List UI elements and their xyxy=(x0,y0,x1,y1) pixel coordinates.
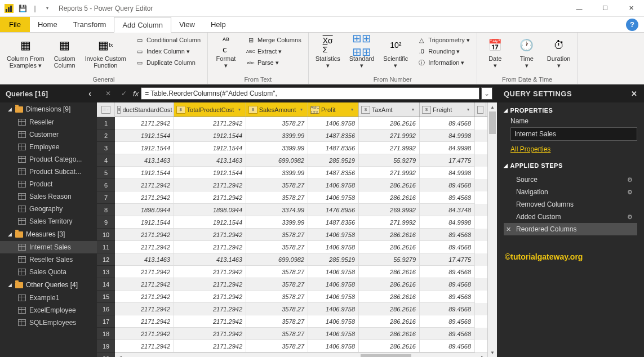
query-item[interactable]: Product xyxy=(0,178,97,190)
row-header[interactable]: 19 xyxy=(97,340,115,352)
cell[interactable]: 1912.1544 xyxy=(115,142,174,154)
cell[interactable]: 2171.2942 xyxy=(174,266,246,278)
cell[interactable]: 2171.2942 xyxy=(174,229,246,241)
column-header[interactable] xyxy=(475,102,486,117)
gear-icon[interactable]: ⚙ xyxy=(627,213,633,221)
cell[interactable]: 1912.1544 xyxy=(174,167,246,179)
filter-icon[interactable]: ▾ xyxy=(464,106,472,114)
cell[interactable]: 3399.99 xyxy=(246,130,308,142)
query-group[interactable]: ◢Other Queries [4] xyxy=(0,278,97,292)
cell[interactable]: 89.4568 xyxy=(420,179,475,191)
menu-home[interactable]: Home xyxy=(30,17,65,32)
cell[interactable]: 3578.27 xyxy=(246,315,308,328)
filter-icon[interactable]: ▾ xyxy=(236,106,243,114)
commit-formula-icon[interactable]: ✓ xyxy=(117,87,131,100)
cell[interactable]: 1912.1544 xyxy=(174,130,246,142)
column-header[interactable]: ABC123Profit▾ xyxy=(308,102,359,117)
invoke-custom-function-button[interactable]: ▦fxInvoke Custom Function xyxy=(83,35,128,70)
query-item[interactable]: Sales Territory xyxy=(0,215,97,227)
row-header[interactable]: 11 xyxy=(97,241,115,253)
row-header[interactable]: 10 xyxy=(97,229,115,241)
cell[interactable]: 1487.8356 xyxy=(308,142,359,154)
cell[interactable]: 3578.27 xyxy=(246,291,308,303)
duration-button[interactable]: ⏱Duration ▾ xyxy=(545,35,573,70)
applied-step[interactable]: Navigation⚙ xyxy=(504,186,637,198)
type-icon[interactable]: $ xyxy=(361,106,370,114)
column-header[interactable]: $TotalProductCost▾ xyxy=(174,102,246,117)
row-header[interactable]: 5 xyxy=(97,167,115,179)
cell[interactable]: 3578.27 xyxy=(246,340,308,352)
vertical-scrollbar[interactable]: ▲ ▼ xyxy=(487,102,497,357)
cell[interactable]: 2171.2942 xyxy=(174,303,246,315)
cell[interactable]: 1406.9758 xyxy=(308,278,359,291)
cell[interactable]: 286.2616 xyxy=(359,278,420,291)
cell[interactable]: 1406.9758 xyxy=(308,266,359,278)
row-header[interactable]: 3 xyxy=(97,142,115,154)
row-header[interactable]: 13 xyxy=(97,266,115,278)
row-header[interactable]: 18 xyxy=(97,328,115,340)
cell[interactable]: 2171.2942 xyxy=(115,241,174,253)
cell[interactable]: 84.9998 xyxy=(420,167,475,179)
delete-step-icon[interactable]: ✕ xyxy=(506,226,511,233)
cell[interactable]: 1912.1544 xyxy=(174,142,246,154)
cell[interactable]: 17.4775 xyxy=(420,253,475,266)
row-header[interactable]: 2 xyxy=(97,130,115,142)
query-item[interactable]: Reseller Sales xyxy=(0,253,97,266)
minimize-button[interactable]: — xyxy=(566,0,592,17)
cell[interactable]: 3578.27 xyxy=(246,278,308,291)
cell[interactable]: 271.9992 xyxy=(359,142,420,154)
cell[interactable]: 89.4568 xyxy=(420,229,475,241)
cell[interactable]: 2171.2942 xyxy=(174,291,246,303)
cell[interactable]: 1406.9758 xyxy=(308,340,359,352)
column-header[interactable]: $ductStandardCost▾ xyxy=(115,102,174,117)
parse-button[interactable]: abcParse ▾ xyxy=(244,57,304,68)
cell[interactable]: 3399.99 xyxy=(246,167,308,179)
cell[interactable]: 271.9992 xyxy=(359,130,420,142)
type-icon[interactable]: $ xyxy=(176,106,185,114)
gear-icon[interactable]: ⚙ xyxy=(627,189,633,196)
cell[interactable]: 1898.0944 xyxy=(174,204,246,216)
close-settings-icon[interactable]: ✕ xyxy=(631,90,638,98)
conditional-column-button[interactable]: ▭Conditional Column xyxy=(133,35,203,45)
column-from-examples-button[interactable]: ▦Column From Examples ▾ xyxy=(5,35,47,70)
cell[interactable]: 1898.0944 xyxy=(115,204,174,216)
applied-step[interactable]: ✕Reordered Columns xyxy=(504,223,637,235)
format-button[interactable]: ᴬᴮᴄFormat ▾ xyxy=(212,35,239,70)
cell[interactable]: 1487.8356 xyxy=(308,167,359,179)
cell[interactable]: 1487.8356 xyxy=(308,216,359,229)
date-button[interactable]: 📅Date ▾ xyxy=(482,35,509,70)
cell[interactable]: 286.2616 xyxy=(359,117,420,130)
query-item[interactable]: Reseller xyxy=(0,116,97,128)
row-header[interactable]: 15 xyxy=(97,291,115,303)
query-item[interactable]: Example1 xyxy=(0,292,97,304)
cell[interactable]: 286.2616 xyxy=(359,315,420,328)
cell[interactable]: 1912.1544 xyxy=(115,216,174,229)
cell[interactable]: 2171.2942 xyxy=(174,117,246,130)
cell[interactable]: 89.4568 xyxy=(420,278,475,291)
column-header[interactable]: $SalesAmount▾ xyxy=(246,102,308,117)
row-header[interactable]: 20 xyxy=(97,352,115,357)
cell[interactable]: 286.2616 xyxy=(359,191,420,204)
cell[interactable]: 55.9279 xyxy=(359,154,420,167)
properties-section[interactable]: ◢PROPERTIES xyxy=(504,107,637,114)
cell[interactable]: 3399.99 xyxy=(246,142,308,154)
type-icon[interactable]: $ xyxy=(422,106,431,114)
extract-button[interactable]: ABCExtract ▾ xyxy=(244,46,304,56)
cell[interactable]: 1406.9758 xyxy=(308,303,359,315)
column-header[interactable]: $Freight▾ xyxy=(420,102,475,117)
cell[interactable]: 286.2616 xyxy=(359,340,420,352)
cell[interactable]: 286.2616 xyxy=(359,229,420,241)
custom-column-button[interactable]: ▦Custom Column xyxy=(51,35,78,70)
horizontal-scrollbar[interactable]: ◀▶ xyxy=(115,352,487,357)
standard-button[interactable]: ⊞⊞⊞⊞Standard ▾ xyxy=(347,35,377,70)
time-button[interactable]: 🕐Time ▾ xyxy=(513,35,540,70)
help-icon[interactable]: ? xyxy=(626,19,638,31)
query-item[interactable]: Sales Reason xyxy=(0,190,97,203)
cell[interactable]: 1487.8356 xyxy=(308,130,359,142)
cell[interactable]: 286.2616 xyxy=(359,328,420,340)
cell[interactable]: 2171.2942 xyxy=(174,241,246,253)
applied-step[interactable]: Removed Columns xyxy=(504,198,637,211)
fx-icon[interactable]: fx xyxy=(133,90,139,98)
cell[interactable]: 286.2616 xyxy=(359,266,420,278)
column-header[interactable]: $TaxAmt▾ xyxy=(359,102,420,117)
